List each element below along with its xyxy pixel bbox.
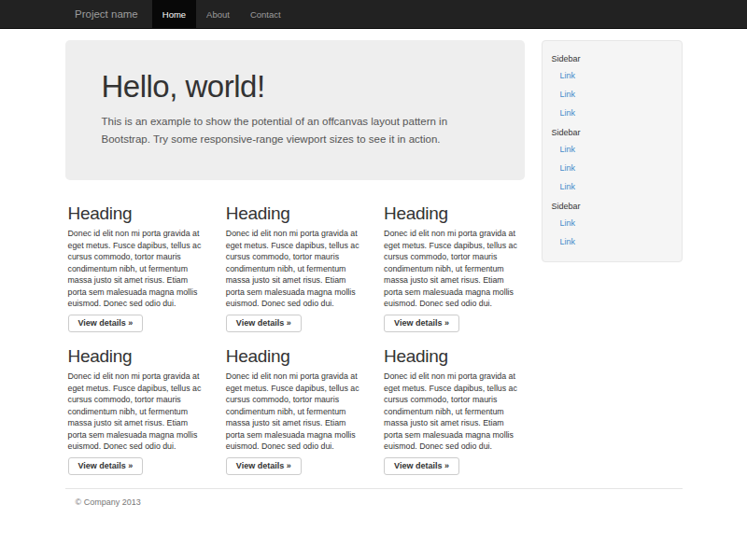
card-body-text: Donec id elit non mi porta gravida at eg… [226, 371, 366, 453]
card-heading: Heading [384, 204, 524, 223]
card-body-text: Donec id elit non mi porta gravida at eg… [384, 228, 524, 310]
card-heading: Heading [68, 347, 208, 366]
jumbotron-text: This is an example to show the potential… [102, 113, 475, 148]
jumbotron: Hello, world! This is an example to show… [65, 40, 525, 180]
top-navbar: Project name Home About Contact [0, 0, 747, 29]
card-heading: Heading [68, 204, 208, 223]
card-body-text: Donec id elit non mi porta gravida at eg… [68, 371, 208, 453]
sidebar-group-title: Sidebar [552, 127, 672, 138]
sidebar-link[interactable]: Link [552, 159, 672, 177]
sidebar-group: Sidebar Link Link [552, 201, 672, 251]
card: Heading Donec id elit non mi porta gravi… [381, 347, 524, 475]
copyright-text: © Company 2013 [65, 497, 683, 507]
navbar-brand[interactable]: Project name [63, 0, 152, 28]
card-heading: Heading [226, 204, 366, 223]
card-body-text: Donec id elit non mi porta gravida at eg… [68, 228, 208, 310]
main-content: Hello, world! This is an example to show… [65, 40, 525, 475]
nav-item-home[interactable]: Home [152, 0, 196, 28]
sidebar-link[interactable]: Link [552, 104, 672, 122]
card: Heading Donec id elit non mi porta gravi… [381, 204, 524, 332]
cards-row-2: Heading Donec id elit non mi porta gravi… [65, 347, 525, 475]
sidebar-group-title: Sidebar [552, 201, 672, 212]
page-container: Hello, world! This is an example to show… [65, 40, 683, 507]
page-title: Hello, world! [102, 70, 488, 104]
sidebar-group: Sidebar Link Link Link [552, 127, 672, 196]
view-details-button[interactable]: View details » [226, 457, 302, 476]
sidebar-link[interactable]: Link [552, 232, 672, 251]
card-body-text: Donec id elit non mi porta gravida at eg… [226, 228, 366, 310]
card-heading: Heading [226, 347, 366, 366]
sidebar-panel: Sidebar Link Link Link Sidebar Link Link… [542, 40, 683, 262]
nav-item-contact[interactable]: Contact [240, 0, 291, 28]
card: Heading Donec id elit non mi porta gravi… [223, 347, 366, 475]
cards-row-1: Heading Donec id elit non mi porta gravi… [65, 204, 525, 332]
sidebar-link[interactable]: Link [552, 85, 672, 104]
nav-item-about[interactable]: About [196, 0, 240, 28]
sidebar-link[interactable]: Link [552, 214, 672, 232]
card: Heading Donec id elit non mi porta gravi… [65, 204, 208, 332]
view-details-button[interactable]: View details » [384, 315, 459, 333]
card-body-text: Donec id elit non mi porta gravida at eg… [384, 371, 524, 453]
card: Heading Donec id elit non mi porta gravi… [223, 204, 366, 332]
view-details-button[interactable]: View details » [384, 457, 459, 476]
sidebar-link[interactable]: Link [552, 140, 672, 159]
sidebar-group-title: Sidebar [552, 53, 672, 64]
sidebar-link[interactable]: Link [552, 177, 672, 196]
page-footer: © Company 2013 [65, 488, 683, 507]
sidebar-link[interactable]: Link [552, 66, 672, 85]
sidebar-group: Sidebar Link Link Link [552, 53, 672, 122]
view-details-button[interactable]: View details » [68, 315, 144, 333]
view-details-button[interactable]: View details » [226, 315, 302, 333]
card-heading: Heading [384, 347, 524, 366]
card: Heading Donec id elit non mi porta gravi… [65, 347, 208, 475]
view-details-button[interactable]: View details » [68, 457, 144, 476]
